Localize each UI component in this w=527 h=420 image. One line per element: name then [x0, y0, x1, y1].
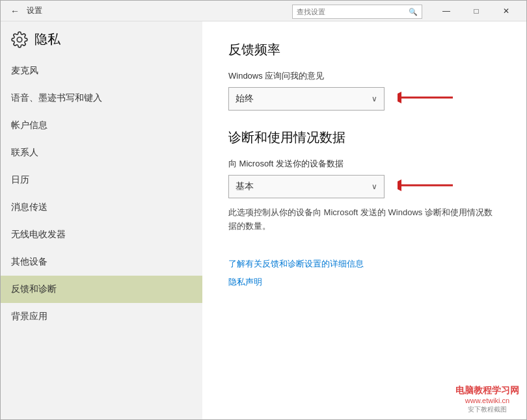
learn-more-link[interactable]: 了解有关反馈和诊断设置的详细信息	[228, 258, 500, 270]
dropdown1-value: 始终	[236, 93, 254, 105]
search-icon: 🔍	[409, 8, 418, 16]
close-button[interactable]: ✕	[491, 1, 521, 21]
maximize-button[interactable]: □	[461, 1, 491, 21]
dropdown2-value: 基本	[236, 181, 254, 192]
sidebar-title: 隐私	[34, 31, 61, 48]
section1-label: Windows 应询问我的意见	[228, 70, 500, 82]
sidebar-item-calendar[interactable]: 日历	[1, 166, 202, 194]
sidebar-header: 隐私	[1, 21, 202, 57]
sidebar-item-microphone[interactable]: 麦克风	[1, 57, 202, 85]
window-title: 设置	[27, 5, 42, 16]
chevron-down-icon: ∨	[372, 94, 377, 103]
section2-title: 诊断和使用情况数据	[228, 129, 500, 146]
section2-label: 向 Microsoft 发送你的设备数据	[228, 158, 500, 170]
sidebar-item-messaging[interactable]: 消息传送	[1, 194, 202, 221]
back-button[interactable]: ←	[6, 2, 24, 20]
diagnostics-dropdown[interactable]: 基本 ∨	[228, 175, 385, 198]
search-input[interactable]	[297, 8, 409, 16]
window: ← 设置 🔍 — □ ✕ 隐私	[0, 0, 527, 420]
search-box[interactable]: 🔍	[292, 5, 422, 19]
sidebar-item-background-apps[interactable]: 背景应用	[1, 303, 202, 330]
privacy-statement-link[interactable]: 隐私声明	[228, 276, 500, 288]
window-controls: — □ ✕	[431, 1, 521, 21]
privacy-icon	[11, 31, 28, 48]
section1-title: 反馈频率	[228, 41, 500, 59]
svg-point-0	[17, 37, 22, 42]
dropdown1-wrapper: 始终 ∨	[228, 87, 500, 111]
sidebar: 隐私 麦克风 语音、墨迹书写和键入 帐户信息 联系人 日历 消息传送 无线电	[1, 21, 202, 419]
red-arrow-2	[398, 176, 456, 197]
sidebar-item-account[interactable]: 帐户信息	[1, 112, 202, 139]
dropdown2-wrapper: 基本 ∨	[228, 175, 500, 198]
sidebar-item-other-devices[interactable]: 其他设备	[1, 248, 202, 276]
chevron-down-icon2: ∨	[372, 182, 377, 191]
content-panel: 反馈频率 Windows 应询问我的意见 始终 ∨	[202, 21, 526, 419]
sidebar-item-radio[interactable]: 无线电收发器	[1, 221, 202, 248]
desc-text: 此选项控制从你的设备向 Microsoft 发送的 Windows 诊断和使用情…	[228, 206, 500, 233]
minimize-button[interactable]: —	[431, 1, 461, 21]
sidebar-item-speech[interactable]: 语音、墨迹书写和键入	[1, 85, 202, 112]
sidebar-item-feedback[interactable]: 反馈和诊断	[1, 276, 202, 303]
feedback-frequency-dropdown[interactable]: 始终 ∨	[228, 87, 385, 111]
sidebar-item-contacts[interactable]: 联系人	[1, 139, 202, 166]
main-area: 隐私 麦克风 语音、墨迹书写和键入 帐户信息 联系人 日历 消息传送 无线电	[1, 21, 526, 419]
red-arrow-1	[398, 88, 456, 109]
titlebar: ← 设置 🔍 — □ ✕	[1, 1, 526, 21]
